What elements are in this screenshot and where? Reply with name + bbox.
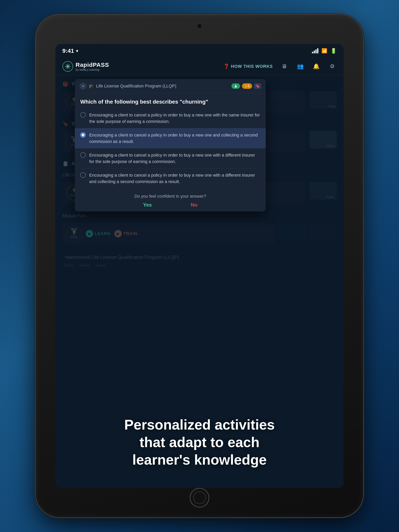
bell-icon[interactable]: 🔔	[312, 62, 321, 71]
status-icons: 📶 🔋	[312, 48, 337, 54]
option-d-text: Encouraging a client to cancel a policy …	[89, 172, 260, 185]
wifi-icon: 📶	[322, 48, 327, 54]
time-arrow: ▼	[75, 49, 79, 53]
radio-b[interactable]	[80, 132, 86, 138]
app-sub: by SwiftLy Learning	[76, 68, 109, 71]
option-c-text: Encouraging a client to cancel a policy …	[89, 152, 260, 165]
confidence-question-text: Do you feel confident in your answer?	[80, 194, 260, 199]
level-badge	[232, 83, 240, 89]
library-icon[interactable]: 🖥	[280, 62, 289, 71]
app-name: RapidPASS	[76, 62, 109, 68]
quiz-options: Encouraging a client to cancel a policy …	[75, 108, 266, 190]
how-it-works-label: How This Works	[231, 64, 273, 69]
header-nav: ❓ How This Works 🖥 👥 🔔 ⚙	[224, 62, 337, 71]
yes-button[interactable]: Yes	[143, 202, 152, 208]
status-bar: 9:41▼ 📶 🔋	[55, 44, 344, 58]
main-content: 🎁 Your Recommended Training 💡 25%	[55, 75, 344, 488]
radio-a[interactable]	[80, 112, 86, 118]
radio-c[interactable]	[80, 152, 86, 158]
program-icon: 🎓	[89, 83, 94, 89]
logo-text: RapidPASS by SwiftLy Learning	[76, 62, 109, 71]
quiz-modal[interactable]: × 🎓 Life License Qualification Program (…	[75, 79, 266, 211]
status-time: 9:41▼	[62, 48, 79, 54]
front-camera	[197, 23, 202, 29]
confidence-buttons: Yes No	[80, 202, 260, 208]
home-button[interactable]	[190, 488, 209, 507]
svg-point-5	[67, 65, 69, 67]
modal-program-title: Life License Qualification Program (LLQP…	[96, 83, 176, 89]
option-b-text: Encouraging a client to cancel a policy …	[89, 132, 260, 145]
confidence-section: Do you feel confident in your answer? Ye…	[75, 190, 266, 211]
quiz-question: Which of the following best describes "c…	[75, 93, 266, 108]
radio-d[interactable]	[80, 172, 86, 178]
battery-icon: 🔋	[330, 48, 337, 54]
bookmark-modal-icon[interactable]: 🔖	[254, 83, 261, 89]
no-button[interactable]: No	[191, 202, 198, 208]
score-badge: ⚡1	[242, 83, 252, 89]
users-icon[interactable]: 👥	[296, 62, 305, 71]
time-display: 9:41	[62, 48, 74, 54]
how-it-works-link[interactable]: ❓ How This Works	[224, 64, 273, 69]
logo-icon	[62, 61, 73, 72]
app-header: RapidPASS by SwiftLy Learning ❓ How This…	[55, 58, 344, 75]
tablet-screen: 9:41▼ 📶 🔋	[55, 44, 344, 488]
option-a[interactable]: Encouraging a client to cancel a policy …	[80, 108, 260, 128]
logo-area: RapidPASS by SwiftLy Learning	[62, 61, 109, 72]
signal-icon	[312, 48, 318, 53]
option-c[interactable]: Encouraging a client to cancel a policy …	[80, 148, 260, 168]
tablet-device: 9:41▼ 📶 🔋	[36, 15, 363, 517]
modal-header: × 🎓 Life License Qualification Program (…	[75, 79, 266, 93]
settings-icon[interactable]: ⚙	[328, 62, 337, 71]
question-circle-icon: ❓	[224, 64, 230, 69]
modal-close-btn[interactable]: ×	[79, 82, 86, 89]
option-b[interactable]: Encouraging a client to cancel a policy …	[75, 128, 266, 148]
option-a-text: Encouraging a client to cancel a policy …	[89, 112, 260, 125]
modal-title-row: 🎓 Life License Qualification Program (LL…	[89, 83, 176, 89]
option-d[interactable]: Encouraging a client to cancel a policy …	[80, 168, 260, 188]
svg-marker-6	[235, 84, 237, 88]
screen-content: 9:41▼ 📶 🔋	[55, 44, 344, 488]
modal-badges: ⚡1 🔖	[232, 83, 261, 89]
